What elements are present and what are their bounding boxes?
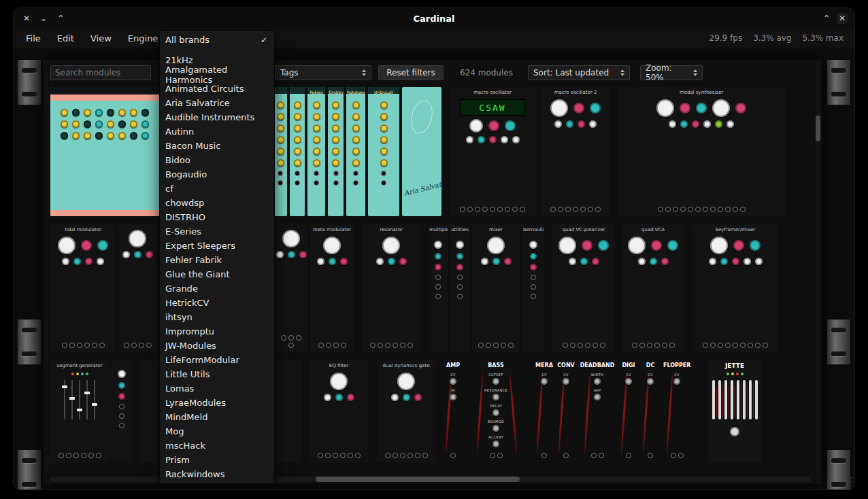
brand-option[interactable]: Expert Sleepers [160,239,274,253]
brand-option[interactable]: Bogaudio [160,167,274,182]
port-jack [435,294,441,299]
brand-option[interactable]: DISTRHO [160,210,274,224]
brand-option[interactable]: Grande [160,281,274,296]
knob [673,378,680,385]
brand-option-label: JW-Modules [165,341,216,351]
brand-option[interactable]: Impromptu [160,324,274,339]
knob [656,99,674,117]
module-card[interactable]: keyframer/mixer [692,224,778,352]
knob [277,113,284,120]
port-jack [348,453,353,458]
search-input[interactable] [51,68,150,78]
brand-option[interactable]: Bidoo [160,153,274,167]
menu-view[interactable]: View [90,33,112,44]
module-card[interactable]: macro oscillatorCSAW [450,87,535,216]
port-jack [725,207,731,212]
menu-engine[interactable]: Engine [128,33,158,44]
module-card[interactable] [118,224,156,352]
module-card[interactable]: quad VCA [622,224,684,352]
module-card[interactable]: quad VC-polarizer [552,224,615,352]
module-card[interactable]: utilities [450,224,469,352]
brand-option[interactable]: Amalgamated Harmonics [160,67,274,82]
port-jack [460,207,465,212]
brand-option[interactable]: ihtsyn [160,310,274,324]
vertical-scrollbar[interactable] [816,61,820,475]
brand-option[interactable]: HetrickCV [160,296,274,310]
brand-option[interactable]: Lomas [160,381,274,396]
module-card[interactable]: DEADBANDWIDTHGAP [578,360,616,462]
knob [489,136,497,143]
module-card[interactable]: macro oscillator 2 [541,87,610,216]
module-card[interactable]: Pokies [307,87,325,216]
module-card[interactable]: Aria SalvatriceAria Salvatrice [402,87,441,216]
brand-option[interactable]: JW-Modules [160,339,274,353]
brand-option[interactable]: LifeFormModular [160,353,274,367]
brand-option[interactable]: All brands✓ [160,33,274,47]
brand-option[interactable]: Little Utils [160,367,274,381]
reset-filters-button[interactable]: Reset filters [378,65,444,80]
brand-option[interactable]: Audible Instruments [160,110,274,124]
module-card[interactable]: segment generator [50,360,109,462]
brand-option[interactable]: Glue the Giant [160,267,274,281]
module-card[interactable]: meta modulator [310,224,354,352]
brand-option[interactable]: Fehler Fabrik [160,253,274,267]
module-card[interactable]: CONVCV [556,360,575,462]
menu-edit[interactable]: Edit [57,33,74,44]
module-card[interactable]: multiples [429,224,448,352]
module-card[interactable] [290,87,305,216]
brand-option[interactable]: mscHack [160,438,274,453]
param-group: ACCENT [488,435,503,447]
tags-dropdown[interactable]: Tags [275,65,371,80]
knob-row [122,251,153,258]
module-card[interactable]: modal synthesizer [617,87,786,216]
module-card[interactable]: UnDuLaR [368,87,399,216]
brand-option[interactable]: LyraeModules [160,396,274,410]
brand-option[interactable]: Prism [160,453,274,467]
knob-row [727,373,744,375]
module-card[interactable]: resonator [362,224,420,352]
module-card[interactable]: dual dynamics gate [377,360,435,462]
module-art [472,233,520,352]
knob [744,258,751,265]
module-card[interactable]: bernoulli gate [522,224,544,352]
brand-option[interactable]: E-Series [160,224,274,239]
module-title: resonator [362,224,420,233]
brand-option[interactable]: Autinn [160,124,274,139]
module-card[interactable]: FLOPPERCV [663,360,691,462]
brand-option[interactable]: chowdsp [160,196,274,210]
brand-option-label: LifeFormModular [165,355,239,365]
sort-dropdown[interactable]: Sort: Last updated [528,65,630,80]
module-card[interactable]: DCCV [641,360,660,462]
brand-option[interactable]: Mog [160,424,274,438]
param-label: CV [626,373,631,377]
module-card[interactable]: JETTE [707,360,762,462]
knob [340,258,348,265]
module-card[interactable]: Grabby [328,87,344,216]
brand-option[interactable]: Bacon Music [160,139,274,153]
port-jack [77,343,82,348]
module-card[interactable]: mixer [472,224,520,352]
module-card[interactable] [112,360,132,462]
brand-option[interactable]: cf [160,182,274,196]
knob-row [330,373,348,390]
module-card[interactable]: tidal modulator [50,224,116,352]
module-card[interactable]: BASSCUTOFFRESONANCEDECAYENVMODACCENT [465,360,527,462]
horizontal-scrollbar-thumb[interactable] [316,477,520,482]
zoom-dropdown[interactable]: Zoom: 50% [640,65,703,80]
module-card[interactable]: Rotatoes [346,87,365,216]
module-card[interactable] [50,87,159,216]
brand-option[interactable]: MindMeld [160,410,274,424]
port-jack [422,453,428,458]
menu-file[interactable]: File [26,33,41,44]
brand-option[interactable]: Aria Salvatrice [160,96,274,110]
module-card[interactable] [275,224,307,352]
slider-track [64,380,65,419]
vertical-scrollbar-thumb[interactable] [816,116,820,141]
brand-option[interactable]: Rackwindows [160,467,274,481]
module-card[interactable]: AMPCVIN [444,360,463,462]
module-card[interactable]: MERACV [535,360,554,462]
knob-row [558,237,609,254]
module-card[interactable] [273,87,287,216]
module-card[interactable]: EQ filter [309,360,369,462]
module-card[interactable]: DIGICV [619,360,638,462]
